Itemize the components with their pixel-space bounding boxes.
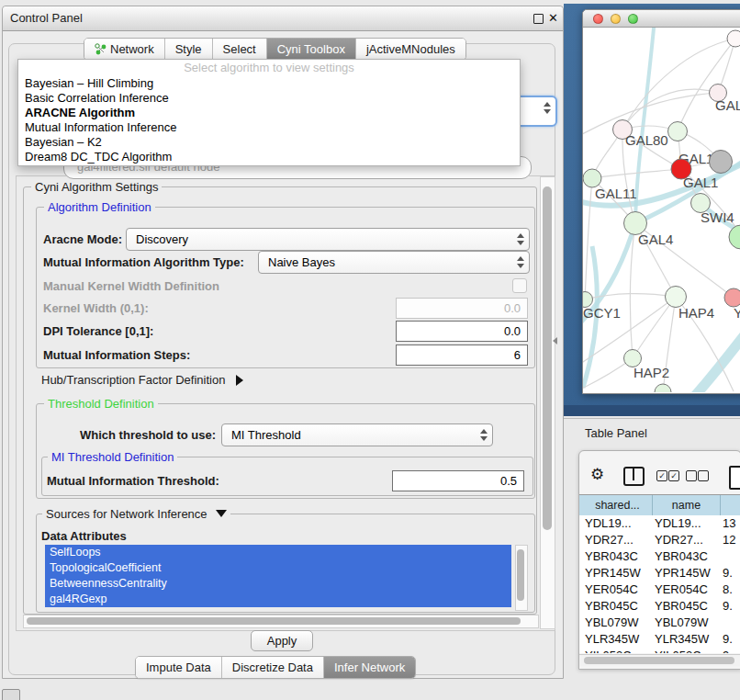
- attribute-list-item[interactable]: gal4RGexp: [45, 592, 511, 607]
- threshold-definition-title: Threshold Definition: [44, 397, 158, 411]
- export-table-icon[interactable]: [729, 466, 740, 490]
- manual-kernel-width-checkbox[interactable]: [512, 278, 527, 293]
- network-node[interactable]: [727, 30, 740, 47]
- control-panel-titlebar[interactable]: Control Panel ✕: [3, 6, 563, 31]
- tab-infer-network[interactable]: Infer Network: [324, 657, 415, 678]
- combo-stepper-icon: [479, 428, 488, 442]
- gear-icon[interactable]: ⚙: [590, 466, 604, 484]
- scrollbar-thumb[interactable]: [27, 617, 521, 625]
- combo-stepper-icon: [516, 232, 524, 246]
- aracne-mode-combo[interactable]: Discovery: [126, 228, 530, 251]
- table-cell: 9.: [723, 598, 733, 615]
- table-row[interactable]: YBL079WYBL079W: [579, 615, 740, 631]
- tab-label: Select: [223, 42, 256, 56]
- network-node-label: GAL11: [595, 186, 637, 201]
- tab-jactivemnodules[interactable]: jActiveMNodules: [356, 39, 465, 60]
- tab-label: Cyni Toolbox: [277, 42, 345, 56]
- algorithm-option[interactable]: Bayesian – K2: [18, 135, 520, 150]
- close-traffic-light-icon[interactable]: [593, 14, 603, 24]
- tab-label: Impute Data: [146, 660, 211, 674]
- network-window-titlebar[interactable]: [583, 10, 740, 28]
- algorithm-option[interactable]: ARACNE Algorithm: [18, 106, 520, 120]
- scrollbar-thumb[interactable]: [543, 186, 552, 530]
- cyni-algorithm-settings-title: Cyni Algorithm Settings: [31, 180, 162, 194]
- table-toolbar: ⚙ ✓ ✓: [579, 457, 740, 493]
- algorithm-option[interactable]: Dream8 DC_TDC Algorithm: [18, 150, 520, 164]
- kernel-width-field[interactable]: 0.0: [396, 298, 528, 319]
- tab-network[interactable]: Network: [84, 39, 165, 60]
- attribute-list-item[interactable]: TopologicalCoefficient: [45, 560, 511, 576]
- tab-discretize-data[interactable]: Discretize Data: [222, 657, 324, 678]
- network-node-label: HAP2: [633, 365, 669, 380]
- table-cell: YBR045C: [585, 598, 638, 615]
- deselect-all-checkbox-icon[interactable]: [698, 470, 709, 481]
- network-node[interactable]: [655, 384, 671, 392]
- close-window-icon[interactable]: ✕: [548, 10, 558, 27]
- dpi-tolerance-label: DPI Tolerance [0,1]:: [43, 324, 153, 338]
- attributes-list-scrollbar[interactable]: [515, 545, 528, 611]
- hide-panel-button[interactable]: [2, 689, 20, 700]
- column-header-shared-name[interactable]: shared...: [583, 495, 653, 516]
- table-cell: YDR27...: [585, 532, 633, 548]
- table-row[interactable]: YBR045CYBR045C9.: [579, 598, 740, 615]
- table-row[interactable]: YPR145WYPR145W9.: [579, 565, 740, 581]
- table-row[interactable]: YER054CYER054C8.: [579, 581, 740, 598]
- dpi-tolerance-field[interactable]: 0.0: [396, 321, 528, 342]
- column-header-name[interactable]: name: [653, 495, 721, 516]
- algorithm-dropdown-placeholder: Select algorithm to view settings: [18, 60, 520, 76]
- minimize-traffic-light-icon[interactable]: [611, 14, 621, 24]
- algorithm-dropdown-popup: Select algorithm to view settings Bayesi…: [17, 59, 521, 166]
- hub-definition-expander[interactable]: Hub/Transcription Factor Definition: [41, 373, 243, 387]
- table-row[interactable]: YLR345WYLR345W9.: [579, 631, 740, 648]
- panel-splitter-handle[interactable]: [553, 337, 557, 344]
- mi-threshold-label: Mutual Information Threshold:: [47, 474, 219, 488]
- mi-steps-field[interactable]: 6: [396, 344, 528, 366]
- network-edge[interactable]: [585, 178, 592, 299]
- attribute-list-item[interactable]: BetweennessCentrality: [45, 576, 511, 592]
- network-edge[interactable]: [633, 297, 676, 358]
- column-header-partial[interactable]: [721, 495, 740, 516]
- which-threshold-combo[interactable]: MI Threshold: [221, 423, 493, 446]
- network-node[interactable]: [710, 151, 733, 174]
- table-cell: YDR27...: [655, 532, 703, 548]
- table-row[interactable]: YDR27...YDR27...12: [579, 532, 740, 548]
- tab-select[interactable]: Select: [213, 39, 267, 60]
- network-edge[interactable]: [686, 323, 740, 392]
- algorithm-option[interactable]: Mutual Information Inference: [18, 120, 520, 135]
- scrollbar-thumb[interactable]: [584, 657, 734, 664]
- table-horizontal-scrollbar[interactable]: [579, 654, 740, 666]
- mi-algorithm-type-value: Naive Bayes: [268, 252, 335, 273]
- attribute-list-item[interactable]: SelfLoops: [45, 545, 511, 560]
- table-cell: YDL19...: [655, 515, 701, 532]
- table-cell: YBL079W: [655, 615, 709, 631]
- tab-cyni-toolbox[interactable]: Cyni Toolbox: [267, 39, 356, 60]
- settings-vertical-scrollbar[interactable]: [540, 176, 555, 629]
- apply-button[interactable]: Apply: [251, 630, 313, 651]
- network-node-gal10[interactable]: [668, 122, 688, 141]
- network-node[interactable]: [729, 225, 740, 249]
- table-cell: YBR043C: [585, 548, 638, 565]
- tab-style[interactable]: Style: [165, 39, 213, 60]
- select-all-checkbox-icon[interactable]: ✓: [656, 470, 667, 481]
- select-all-checkbox-icon[interactable]: ✓: [668, 470, 679, 481]
- table-row[interactable]: YDL19...YDL19...13: [579, 515, 740, 532]
- tab-impute-data[interactable]: Impute Data: [136, 657, 222, 678]
- mi-algorithm-type-combo[interactable]: Naive Bayes: [258, 251, 530, 274]
- scrollbar-thumb[interactable]: [517, 549, 524, 601]
- algorithm-option[interactable]: Basic Correlation Inference: [18, 91, 520, 106]
- network-node-gal11[interactable]: [583, 169, 601, 187]
- zoom-traffic-light-icon[interactable]: [628, 14, 638, 24]
- network-node-y[interactable]: [724, 288, 740, 307]
- float-window-icon[interactable]: [533, 14, 544, 24]
- settings-horizontal-scrollbar[interactable]: [23, 615, 539, 628]
- columns-icon[interactable]: [623, 467, 645, 486]
- deselect-all-checkbox-icon[interactable]: [686, 470, 697, 481]
- network-node-label: HAP4: [678, 305, 714, 321]
- algorithm-option[interactable]: Bayesian – Hill Climbing: [18, 76, 520, 91]
- table-row[interactable]: YBR043CYBR043C: [579, 548, 740, 565]
- table-row[interactable]: YIL052CYIL052C9: [579, 648, 740, 653]
- network-canvas[interactable]: GALGAL80GAL10GAL1GAL11SWI4GAL4GCY1HAP4YH…: [583, 28, 740, 392]
- network-edge[interactable]: [678, 39, 735, 131]
- mi-threshold-field[interactable]: 0.5: [392, 470, 524, 491]
- sources-group-header[interactable]: Sources for Network Inference: [42, 507, 230, 521]
